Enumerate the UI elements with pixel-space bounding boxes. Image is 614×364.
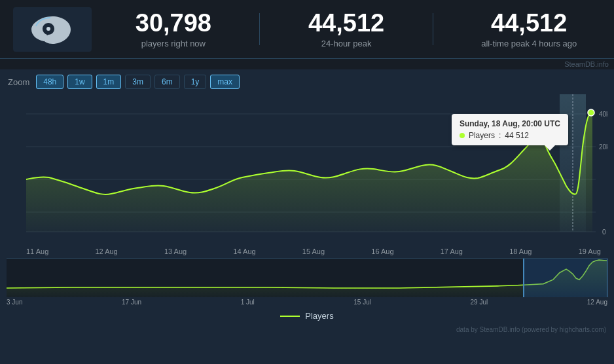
zoom-3m[interactable]: 3m — [125, 75, 151, 89]
nav-label-1: 3 Jun — [7, 299, 22, 306]
navigator-svg — [7, 259, 607, 297]
x-label-6: 16 Aug — [371, 247, 393, 255]
nav-label-2: 17 Jun — [122, 299, 141, 306]
stat-24h-peak: 44,512 24-hour peak — [308, 10, 384, 48]
peak-marker-dot — [588, 109, 594, 116]
main-chart: 40k 20k 0 Sunday, 18 Aug, 20:00 UTC Play… — [7, 94, 607, 245]
x-label-1: 11 Aug — [26, 247, 48, 255]
nav-fill — [7, 260, 607, 297]
zoom-label: Zoom — [8, 77, 29, 87]
footer-text: data by SteamDB.info (powered by highcha… — [456, 326, 606, 333]
alltime-peak-label: all-time peak 4 hours ago — [481, 39, 577, 48]
alltime-peak-number: 44,512 — [481, 10, 577, 37]
x-axis: 11 Aug 12 Aug 13 Aug 14 Aug 15 Aug 16 Au… — [7, 245, 607, 258]
x-label-3: 13 Aug — [164, 247, 187, 255]
svg-point-1 — [46, 27, 50, 31]
x-label-5: 15 Aug — [302, 247, 325, 255]
legend-label-players: Players — [305, 311, 333, 321]
stat-current-players: 30,798 players right now — [135, 10, 211, 48]
x-label-8: 18 Aug — [509, 247, 532, 255]
navigator[interactable] — [7, 258, 607, 297]
tooltip-series: Players — [469, 131, 495, 140]
y-label-0: 0 — [602, 228, 606, 236]
zoom-6m[interactable]: 6m — [154, 75, 180, 89]
nav-line — [7, 260, 607, 288]
zoom-max[interactable]: max — [210, 75, 240, 89]
zoom-1w[interactable]: 1w — [67, 75, 92, 89]
legend: Players — [0, 307, 614, 325]
stat-divider-2 — [433, 13, 433, 45]
24h-peak-number: 44,512 — [308, 10, 384, 37]
tooltip-title: Sunday, 18 Aug, 20:00 UTC — [460, 119, 560, 128]
tooltip-row: Players: 44 512 — [460, 131, 560, 140]
current-players-number: 30,798 — [135, 10, 211, 37]
tooltip-dot — [460, 133, 465, 138]
chart-wrapper: 40k 20k 0 Sunday, 18 Aug, 20:00 UTC Play… — [0, 94, 614, 258]
x-label-2: 12 Aug — [95, 247, 117, 255]
zoom-bar: Zoom 48h 1w 1m 3m 6m 1y max — [0, 69, 614, 94]
navigator-labels: 3 Jun 17 Jun 1 Jul 15 Jul 29 Jul 12 Aug — [0, 297, 614, 307]
header: 30,798 players right now 44,512 24-hour … — [0, 0, 614, 59]
x-label-7: 17 Aug — [441, 247, 463, 255]
nav-label-5: 29 Jul — [471, 299, 488, 306]
watermark: SteamDB.info — [0, 59, 614, 69]
y-label-20k: 20k — [599, 143, 607, 151]
footer: data by SteamDB.info (powered by highcha… — [0, 325, 614, 335]
tooltip-value: 44 512 — [505, 131, 529, 140]
nav-label-4: 15 Jul — [353, 299, 371, 306]
zoom-48h[interactable]: 48h — [36, 75, 63, 89]
x-label-4: 14 Aug — [233, 247, 255, 255]
current-players-label: players right now — [135, 39, 211, 48]
stat-alltime-peak: 44,512 all-time peak 4 hours ago — [481, 10, 577, 48]
zoom-1m[interactable]: 1m — [96, 75, 122, 89]
stats-container: 30,798 players right now 44,512 24-hour … — [111, 10, 601, 48]
legend-line-players — [280, 316, 300, 317]
nav-label-6: 12 Aug — [587, 299, 607, 306]
x-label-9: 19 Aug — [579, 247, 601, 255]
tooltip: Sunday, 18 Aug, 20:00 UTC Players: 44 51… — [452, 114, 568, 145]
stat-divider-1 — [259, 13, 260, 45]
nav-selection-rect — [524, 259, 607, 297]
y-label-40k: 40k — [599, 111, 607, 118]
nav-label-3: 1 Jul — [241, 299, 255, 306]
zoom-1y[interactable]: 1y — [184, 75, 207, 89]
steam-logo — [13, 7, 92, 52]
24h-peak-label: 24-hour peak — [308, 39, 384, 48]
